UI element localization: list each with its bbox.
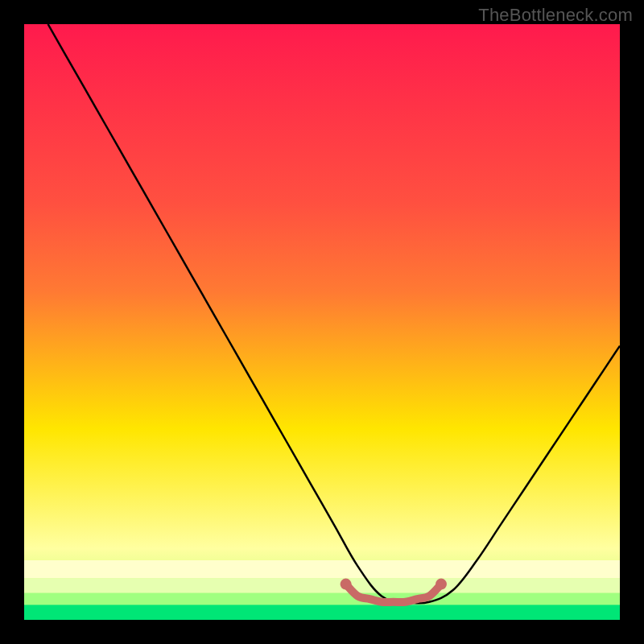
chart-svg — [24, 24, 620, 620]
bottleneck-chart — [24, 24, 620, 620]
gradient-band — [24, 578, 620, 593]
optimal-zone-endpoint — [341, 579, 352, 590]
watermark-text: TheBottleneck.com — [478, 5, 633, 26]
gradient-band — [24, 560, 620, 578]
optimal-zone-endpoint — [436, 579, 447, 590]
gradient-band — [24, 605, 620, 621]
gradient-band — [24, 593, 620, 605]
chart-background — [24, 24, 620, 620]
